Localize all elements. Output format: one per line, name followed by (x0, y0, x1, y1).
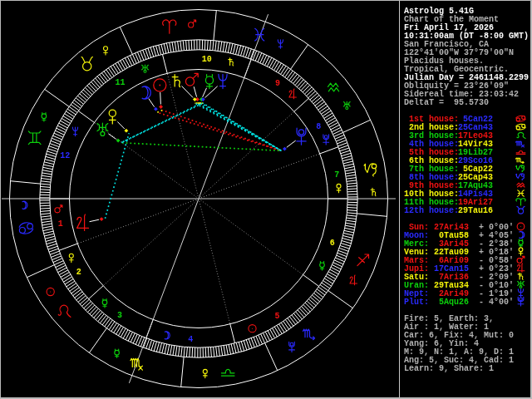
svg-text:6: 6 (330, 239, 335, 248)
svg-text:1: 1 (58, 219, 63, 229)
svg-text:3: 3 (117, 311, 122, 320)
svg-text:10: 10 (202, 55, 212, 64)
svg-text:8: 8 (316, 122, 321, 131)
svg-text:Learn: 9, Share: 1: Learn: 9, Share: 1 (404, 364, 494, 373)
svg-text:4: 4 (188, 335, 193, 344)
svg-text:5: 5 (274, 312, 279, 321)
svg-text:DeltaT = 95.5730: DeltaT = 95.5730 (404, 98, 489, 107)
svg-text:5Aqu26: 5Aqu26 (434, 298, 469, 307)
svg-text:11: 11 (115, 78, 125, 87)
svg-text:7: 7 (334, 170, 339, 180)
svg-text:12th house:: 12th house: (404, 206, 459, 215)
svg-text:- 4°00': - 4°00' (479, 298, 514, 307)
svg-text:29Tau16: 29Tau16 (458, 206, 493, 215)
svg-text:12: 12 (60, 151, 70, 160)
svg-text:Plut:: Plut: (404, 298, 429, 307)
svg-text:9: 9 (275, 79, 280, 88)
svg-text:2: 2 (76, 268, 81, 277)
